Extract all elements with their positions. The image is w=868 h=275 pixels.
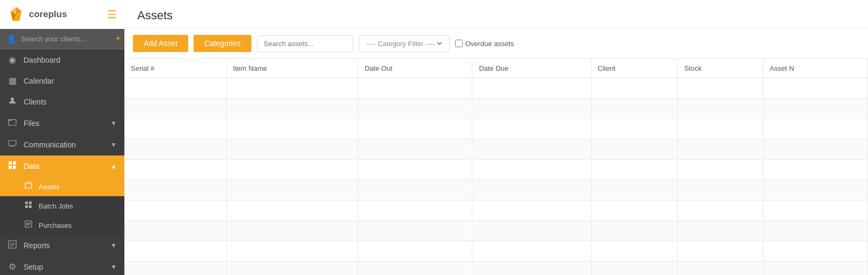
table-row	[124, 160, 868, 180]
add-asset-button[interactable]: Add Asset	[133, 35, 188, 52]
search-bar: 👤 +	[0, 29, 124, 49]
sidebar-item-assets[interactable]: Assets	[0, 177, 124, 196]
client-search-input[interactable]	[21, 35, 111, 43]
svg-rect-13	[13, 166, 16, 169]
table-cell	[472, 139, 591, 160]
table-cell	[226, 99, 358, 119]
svg-rect-9	[9, 140, 16, 146]
table-cell	[591, 241, 677, 262]
categories-button[interactable]: Categories	[194, 35, 251, 52]
col-date-due: Date Due	[472, 59, 591, 78]
sidebar-item-purchases[interactable]: Purchases	[0, 215, 124, 235]
hamburger-icon[interactable]: ☰	[107, 8, 117, 21]
table-cell	[226, 160, 358, 180]
table-cell	[763, 241, 867, 262]
sidebar-item-communication[interactable]: Communication ▼	[0, 134, 124, 155]
sidebar-item-label: Communication	[24, 140, 76, 149]
table-cell	[124, 119, 226, 139]
category-filter-dropdown[interactable]: ---- Category Filter ----	[359, 35, 450, 52]
table-cell	[358, 180, 472, 200]
table-cell	[226, 180, 358, 200]
col-stock: Stock	[678, 59, 763, 78]
table-cell	[358, 139, 472, 160]
table-cell	[472, 160, 591, 180]
table-cell	[678, 119, 763, 139]
communication-chevron-icon: ▼	[110, 141, 117, 148]
col-item-name: Item Name	[226, 59, 358, 78]
page-header: Assets	[124, 0, 868, 28]
table-cell	[591, 200, 677, 221]
clients-icon	[8, 96, 17, 107]
table-cell	[472, 241, 591, 262]
sidebar-item-label: Dashboard	[24, 56, 61, 64]
table-row	[124, 99, 868, 119]
overdue-assets-checkbox-label[interactable]: Overdue assets	[455, 40, 514, 48]
table-cell	[763, 160, 867, 180]
sidebar-item-files[interactable]: Files ▼	[0, 113, 124, 134]
table-cell	[472, 99, 591, 119]
table-cell	[763, 139, 867, 160]
table-cell	[591, 139, 677, 160]
table-cell	[358, 99, 472, 119]
reports-icon	[8, 240, 17, 251]
sidebar-item-clients[interactable]: Clients	[0, 91, 124, 113]
svg-rect-11	[13, 161, 16, 165]
table-cell	[591, 99, 677, 119]
search-assets-input[interactable]	[257, 35, 353, 52]
table-row	[124, 180, 868, 200]
sidebar-item-data[interactable]: Data ▲	[0, 155, 124, 177]
table-cell	[591, 262, 677, 276]
table-cell	[124, 262, 226, 276]
table-cell	[678, 241, 763, 262]
table-cell	[358, 160, 472, 180]
svg-rect-12	[9, 166, 12, 169]
reports-chevron-icon: ▼	[110, 242, 117, 249]
sidebar: coreplus ☰ 👤 + ◉ Dashboard ▦ Calendar Cl…	[0, 0, 124, 275]
sidebar-item-dashboard[interactable]: ◉ Dashboard	[0, 49, 124, 70]
app-name: coreplus	[29, 9, 67, 20]
table-cell	[124, 200, 226, 221]
table-cell	[226, 221, 358, 241]
col-serial: Serial #	[124, 59, 226, 78]
sidebar-item-setup[interactable]: ⚙ Setup ▼	[0, 256, 124, 275]
table-cell	[591, 160, 677, 180]
table-cell	[124, 241, 226, 262]
table-cell	[226, 200, 358, 221]
table-cell	[226, 78, 358, 99]
table-row	[124, 200, 868, 221]
table-cell	[358, 241, 472, 262]
add-client-icon[interactable]: +	[115, 33, 121, 44]
table-cell	[472, 180, 591, 200]
coreplus-logo-icon	[8, 6, 25, 23]
svg-rect-17	[29, 205, 32, 208]
table-cell	[591, 119, 677, 139]
overdue-assets-checkbox[interactable]	[455, 40, 463, 47]
table-cell	[678, 180, 763, 200]
table-cell	[124, 160, 226, 180]
table-cell	[763, 180, 867, 200]
category-filter-select[interactable]: ---- Category Filter ----	[365, 39, 444, 48]
sidebar-item-label: Setup	[24, 263, 43, 271]
table-cell	[472, 78, 591, 99]
table-cell	[124, 139, 226, 160]
table-cell	[678, 139, 763, 160]
table-cell	[226, 139, 358, 160]
table-cell	[226, 241, 358, 262]
sidebar-item-label: Reports	[24, 241, 50, 250]
table-cell	[358, 78, 472, 99]
table-cell	[472, 200, 591, 221]
sidebar-sub-item-label: Purchases	[39, 221, 71, 229]
table-header: Serial # Item Name Date Out Date Due Cli…	[124, 59, 868, 78]
table-cell	[763, 262, 867, 276]
table-cell	[763, 221, 867, 241]
table-cell	[763, 119, 867, 139]
sidebar-item-calendar[interactable]: ▦ Calendar	[0, 70, 124, 91]
table-cell	[678, 221, 763, 241]
sidebar-item-reports[interactable]: Reports ▼	[0, 235, 124, 256]
table-cell	[763, 78, 867, 99]
sidebar-item-batch-jobs[interactable]: Batch Jobs	[0, 196, 124, 215]
sidebar-item-label: Files	[24, 119, 40, 128]
sidebar-sub-item-label: Batch Jobs	[39, 202, 73, 210]
table-cell	[124, 99, 226, 119]
table-header-row: Serial # Item Name Date Out Date Due Cli…	[124, 59, 868, 78]
